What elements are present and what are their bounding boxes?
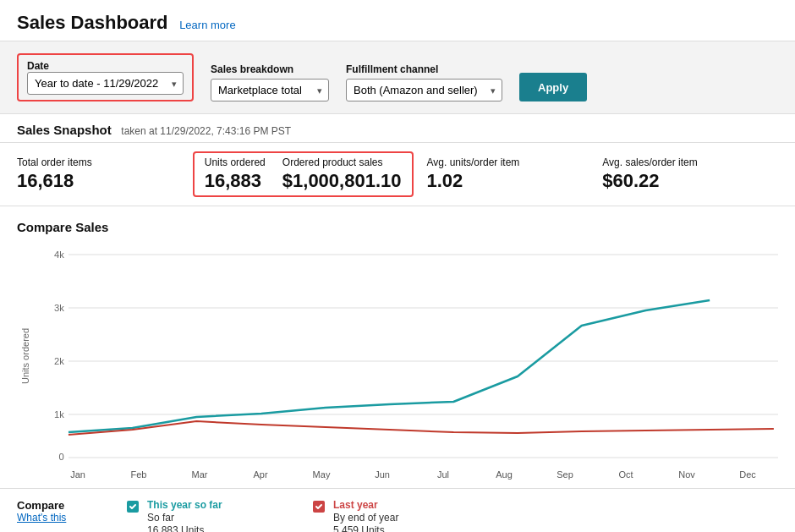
- metric-value-0: 16,618: [17, 170, 179, 192]
- snapshot-title: Sales Snapshot: [17, 123, 112, 137]
- this-year-sub: So far: [147, 512, 222, 524]
- sales-breakdown-group: Sales breakdown Marketplace total: [211, 63, 329, 101]
- x-label-jun: Jun: [352, 469, 413, 480]
- x-label-apr: Apr: [230, 469, 291, 480]
- chart-area: Units ordered 4k 3k 2k 1k 0: [17, 246, 778, 466]
- metric-label-1: Units ordered: [205, 156, 266, 168]
- x-label-may: May: [291, 469, 352, 480]
- x-axis-labels: Jan Feb Mar Apr May Jun Jul Aug Sep Oct …: [47, 466, 778, 480]
- snapshot-time: taken at 11/29/2022, 7:43:16 PM PST: [121, 125, 291, 137]
- fulfillment-select[interactable]: Both (Amazon and seller): [346, 79, 502, 101]
- svg-text:2k: 2k: [54, 356, 64, 366]
- y-axis-label: Units ordered: [17, 246, 34, 466]
- legend-compare: Compare What's this: [17, 499, 110, 524]
- metric-label-3: Avg. units/order item: [427, 156, 589, 168]
- chart-container: 4k 3k 2k 1k 0: [34, 246, 778, 466]
- this-year-legend-text: This year so far So far 16,883 Units $1,…: [147, 499, 222, 532]
- metric-value-1: 16,883: [205, 170, 266, 192]
- sales-breakdown-select[interactable]: Marketplace total: [211, 79, 329, 101]
- date-filter-group: Date Year to date - 11/29/2022: [17, 53, 194, 101]
- apply-button[interactable]: Apply: [519, 73, 587, 101]
- svg-text:1k: 1k: [54, 409, 64, 420]
- last-year-sub: By end of year: [333, 512, 398, 524]
- date-select[interactable]: Year to date - 11/29/2022: [27, 72, 184, 95]
- this-year-checkbox[interactable]: [127, 501, 139, 513]
- svg-text:4k: 4k: [54, 250, 64, 260]
- this-year-name: This year so far: [147, 499, 222, 511]
- fulfillment-group: Fulfillment channel Both (Amazon and sel…: [346, 63, 502, 101]
- last-year-name: Last year: [333, 499, 398, 511]
- metric-units-ordered: Units ordered 16,883: [205, 156, 266, 192]
- highlighted-metrics: Units ordered 16,883 Ordered product sal…: [193, 151, 414, 197]
- sales-breakdown-select-wrapper: Marketplace total: [211, 79, 329, 101]
- learn-more-link[interactable]: Learn more: [179, 19, 235, 31]
- date-select-wrapper: Year to date - 11/29/2022: [27, 72, 184, 95]
- svg-text:0: 0: [59, 452, 64, 462]
- x-label-nov: Nov: [656, 469, 717, 480]
- date-label: Date: [27, 60, 184, 72]
- fulfillment-select-wrapper: Both (Amazon and seller): [346, 79, 502, 101]
- page-title: Sales Dashboard: [17, 12, 168, 33]
- legend-area: Compare What's this This year so far So …: [0, 488, 795, 532]
- last-year-legend-text: Last year By end of year 5,459 Units $26…: [333, 499, 398, 532]
- metric-total-order-items: Total order items 16,618: [17, 151, 193, 197]
- snapshot-header: Sales Snapshot taken at 11/29/2022, 7:43…: [0, 114, 795, 143]
- metric-value-3: 1.02: [427, 170, 589, 192]
- metric-label-4: Avg. sales/order item: [602, 156, 765, 168]
- sales-breakdown-label: Sales breakdown: [211, 63, 329, 75]
- x-label-oct: Oct: [595, 469, 656, 480]
- metric-value-4: $60.22: [602, 170, 765, 192]
- x-label-jan: Jan: [47, 469, 108, 480]
- x-label-aug: Aug: [474, 469, 535, 480]
- whats-this-link[interactable]: What's this: [17, 512, 110, 524]
- legend-last-year: Last year By end of year 5,459 Units $26…: [313, 499, 482, 532]
- last-year-units: 5,459 Units: [333, 524, 398, 532]
- compare-title: Compare Sales: [17, 220, 778, 234]
- x-label-sep: Sep: [535, 469, 595, 480]
- this-year-units: 16,883 Units: [147, 524, 222, 532]
- legend-this-year: This year so far So far 16,883 Units $1,…: [127, 499, 296, 532]
- x-label-mar: Mar: [169, 469, 230, 480]
- metric-value-2: $1,000,801.10: [282, 170, 402, 192]
- metric-avg-sales: Avg. sales/order item $60.22: [602, 151, 778, 197]
- metric-label-2: Ordered product sales: [282, 156, 402, 168]
- legend-compare-title: Compare: [17, 499, 110, 512]
- metric-ordered-product-sales: Ordered product sales $1,000,801.10: [282, 156, 402, 192]
- metrics-row: Total order items 16,618 Units ordered 1…: [0, 143, 795, 206]
- metric-label-0: Total order items: [17, 156, 179, 168]
- last-year-checkbox[interactable]: [313, 501, 325, 513]
- filters-bar: Date Year to date - 11/29/2022 Sales bre…: [0, 41, 795, 114]
- x-label-dec: Dec: [717, 469, 778, 480]
- fulfillment-label: Fulfillment channel: [346, 63, 502, 75]
- metric-avg-units: Avg. units/order item 1.02: [427, 151, 603, 197]
- svg-text:3k: 3k: [54, 303, 64, 313]
- compare-section: Compare Sales Units ordered 4k 3k 2k 1k …: [0, 206, 795, 488]
- header: Sales Dashboard Learn more: [0, 0, 795, 41]
- line-chart: 4k 3k 2k 1k 0: [34, 246, 778, 466]
- x-label-feb: Feb: [108, 469, 169, 480]
- x-label-jul: Jul: [413, 469, 474, 480]
